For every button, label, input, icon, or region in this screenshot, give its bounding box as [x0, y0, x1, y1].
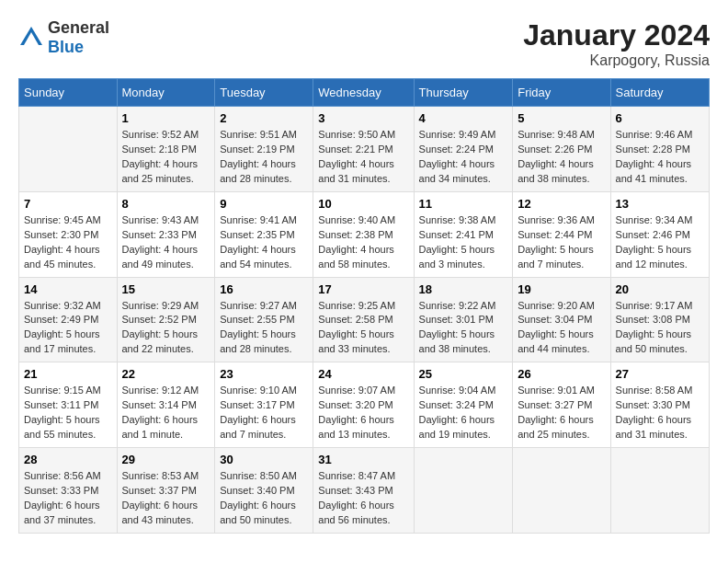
day-number: 28 [24, 453, 112, 466]
day-number: 7 [24, 197, 112, 211]
day-number: 17 [318, 282, 408, 296]
day-number: 22 [122, 367, 210, 381]
calendar-week-row: 28Sunrise: 8:56 AM Sunset: 3:33 PM Dayli… [19, 448, 710, 534]
logo-icon [18, 25, 44, 51]
day-info: Sunrise: 9:40 AM Sunset: 2:38 PM Dayligh… [318, 213, 408, 272]
calendar-cell: 16Sunrise: 9:27 AM Sunset: 2:55 PM Dayli… [215, 277, 313, 362]
calendar-cell: 7Sunrise: 9:45 AM Sunset: 2:30 PM Daylig… [19, 191, 118, 277]
day-info: Sunrise: 9:36 AM Sunset: 2:44 PM Dayligh… [518, 213, 605, 272]
day-info: Sunrise: 9:51 AM Sunset: 2:19 PM Dayligh… [220, 128, 308, 187]
day-info: Sunrise: 9:07 AM Sunset: 3:20 PM Dayligh… [318, 384, 408, 442]
calendar-cell: 12Sunrise: 9:36 AM Sunset: 2:44 PM Dayli… [513, 191, 610, 277]
day-info: Sunrise: 9:32 AM Sunset: 2:49 PM Dayligh… [24, 299, 112, 358]
calendar-cell: 9Sunrise: 9:41 AM Sunset: 2:35 PM Daylig… [215, 191, 313, 277]
weekday-header-saturday: Saturday [610, 79, 709, 107]
logo-blue: Blue [48, 38, 84, 56]
calendar-week-row: 1Sunrise: 9:52 AM Sunset: 2:18 PM Daylig… [19, 107, 710, 192]
day-number: 19 [518, 282, 605, 296]
day-info: Sunrise: 9:41 AM Sunset: 2:35 PM Dayligh… [220, 213, 308, 272]
weekday-header-friday: Friday [513, 79, 610, 107]
weekday-header-row: SundayMondayTuesdayWednesdayThursdayFrid… [19, 79, 710, 107]
calendar-cell [610, 448, 709, 534]
calendar-cell: 8Sunrise: 9:43 AM Sunset: 2:33 PM Daylig… [117, 191, 215, 277]
day-number: 26 [518, 367, 605, 381]
day-info: Sunrise: 9:27 AM Sunset: 2:55 PM Dayligh… [220, 299, 308, 358]
day-number: 11 [419, 197, 508, 211]
day-info: Sunrise: 9:46 AM Sunset: 2:28 PM Dayligh… [616, 128, 704, 187]
calendar-cell: 13Sunrise: 9:34 AM Sunset: 2:46 PM Dayli… [610, 191, 709, 277]
day-number: 14 [24, 282, 112, 296]
day-number: 5 [518, 111, 605, 125]
day-info: Sunrise: 9:20 AM Sunset: 3:04 PM Dayligh… [518, 299, 605, 358]
page-header: General Blue January 2024 Karpogory, Rus… [18, 18, 710, 69]
day-info: Sunrise: 9:49 AM Sunset: 2:24 PM Dayligh… [419, 128, 508, 187]
logo-text: General Blue [48, 18, 109, 57]
calendar-cell: 4Sunrise: 9:49 AM Sunset: 2:24 PM Daylig… [414, 107, 513, 192]
day-info: Sunrise: 9:04 AM Sunset: 3:24 PM Dayligh… [419, 384, 508, 442]
day-number: 3 [318, 111, 408, 125]
day-number: 9 [220, 197, 308, 211]
calendar-week-row: 21Sunrise: 9:15 AM Sunset: 3:11 PM Dayli… [19, 362, 710, 448]
day-number: 25 [419, 367, 508, 381]
day-info: Sunrise: 9:52 AM Sunset: 2:18 PM Dayligh… [122, 128, 210, 187]
calendar-cell: 1Sunrise: 9:52 AM Sunset: 2:18 PM Daylig… [117, 107, 215, 192]
weekday-header-tuesday: Tuesday [215, 79, 313, 107]
day-info: Sunrise: 8:56 AM Sunset: 3:33 PM Dayligh… [24, 469, 112, 528]
calendar-cell [19, 107, 118, 192]
calendar-cell: 25Sunrise: 9:04 AM Sunset: 3:24 PM Dayli… [414, 362, 513, 448]
day-number: 21 [24, 367, 112, 381]
calendar-cell [513, 448, 610, 534]
calendar-cell: 22Sunrise: 9:12 AM Sunset: 3:14 PM Dayli… [117, 362, 215, 448]
calendar-cell: 19Sunrise: 9:20 AM Sunset: 3:04 PM Dayli… [513, 277, 610, 362]
calendar-header: SundayMondayTuesdayWednesdayThursdayFrid… [19, 79, 710, 107]
day-number: 4 [419, 111, 508, 125]
calendar-cell: 31Sunrise: 8:47 AM Sunset: 3:43 PM Dayli… [313, 448, 414, 534]
calendar-cell: 29Sunrise: 8:53 AM Sunset: 3:37 PM Dayli… [117, 448, 215, 534]
calendar-cell: 27Sunrise: 8:58 AM Sunset: 3:30 PM Dayli… [610, 362, 709, 448]
calendar-cell: 3Sunrise: 9:50 AM Sunset: 2:21 PM Daylig… [313, 107, 414, 192]
calendar-cell: 30Sunrise: 8:50 AM Sunset: 3:40 PM Dayli… [215, 448, 313, 534]
day-info: Sunrise: 8:53 AM Sunset: 3:37 PM Dayligh… [122, 469, 210, 528]
day-number: 8 [122, 197, 210, 211]
day-info: Sunrise: 9:50 AM Sunset: 2:21 PM Dayligh… [318, 128, 408, 187]
weekday-header-monday: Monday [117, 79, 215, 107]
calendar-cell: 5Sunrise: 9:48 AM Sunset: 2:26 PM Daylig… [513, 107, 610, 192]
day-info: Sunrise: 9:17 AM Sunset: 3:08 PM Dayligh… [616, 299, 704, 358]
day-info: Sunrise: 9:01 AM Sunset: 3:27 PM Dayligh… [518, 384, 605, 442]
weekday-header-thursday: Thursday [414, 79, 513, 107]
calendar-week-row: 14Sunrise: 9:32 AM Sunset: 2:49 PM Dayli… [19, 277, 710, 362]
calendar-cell: 24Sunrise: 9:07 AM Sunset: 3:20 PM Dayli… [313, 362, 414, 448]
day-info: Sunrise: 8:47 AM Sunset: 3:43 PM Dayligh… [318, 469, 408, 528]
calendar-cell: 14Sunrise: 9:32 AM Sunset: 2:49 PM Dayli… [19, 277, 118, 362]
calendar-table: SundayMondayTuesdayWednesdayThursdayFrid… [18, 78, 710, 534]
weekday-header-wednesday: Wednesday [313, 79, 414, 107]
logo-general: General [48, 18, 109, 37]
calendar-cell: 10Sunrise: 9:40 AM Sunset: 2:38 PM Dayli… [313, 191, 414, 277]
calendar-cell: 23Sunrise: 9:10 AM Sunset: 3:17 PM Dayli… [215, 362, 313, 448]
title-block: January 2024 Karpogory, Russia [523, 18, 710, 69]
day-number: 16 [220, 282, 308, 296]
day-number: 27 [616, 367, 704, 381]
day-number: 13 [616, 197, 704, 211]
day-info: Sunrise: 9:45 AM Sunset: 2:30 PM Dayligh… [24, 213, 112, 272]
calendar-cell: 11Sunrise: 9:38 AM Sunset: 2:41 PM Dayli… [414, 191, 513, 277]
day-number: 12 [518, 197, 605, 211]
day-number: 1 [122, 111, 210, 125]
day-info: Sunrise: 9:29 AM Sunset: 2:52 PM Dayligh… [122, 299, 210, 358]
day-number: 18 [419, 282, 508, 296]
day-number: 31 [318, 453, 408, 466]
day-info: Sunrise: 9:43 AM Sunset: 2:33 PM Dayligh… [122, 213, 210, 272]
calendar-cell: 17Sunrise: 9:25 AM Sunset: 2:58 PM Dayli… [313, 277, 414, 362]
day-number: 30 [220, 453, 308, 466]
day-number: 20 [616, 282, 704, 296]
logo: General Blue [18, 18, 109, 57]
day-info: Sunrise: 9:12 AM Sunset: 3:14 PM Dayligh… [122, 384, 210, 442]
day-number: 29 [122, 453, 210, 466]
calendar-cell: 18Sunrise: 9:22 AM Sunset: 3:01 PM Dayli… [414, 277, 513, 362]
day-info: Sunrise: 9:38 AM Sunset: 2:41 PM Dayligh… [419, 213, 508, 272]
day-info: Sunrise: 8:50 AM Sunset: 3:40 PM Dayligh… [220, 469, 308, 528]
calendar-cell: 28Sunrise: 8:56 AM Sunset: 3:33 PM Dayli… [19, 448, 118, 534]
weekday-header-sunday: Sunday [19, 79, 118, 107]
calendar-week-row: 7Sunrise: 9:45 AM Sunset: 2:30 PM Daylig… [19, 191, 710, 277]
day-info: Sunrise: 9:10 AM Sunset: 3:17 PM Dayligh… [220, 384, 308, 442]
